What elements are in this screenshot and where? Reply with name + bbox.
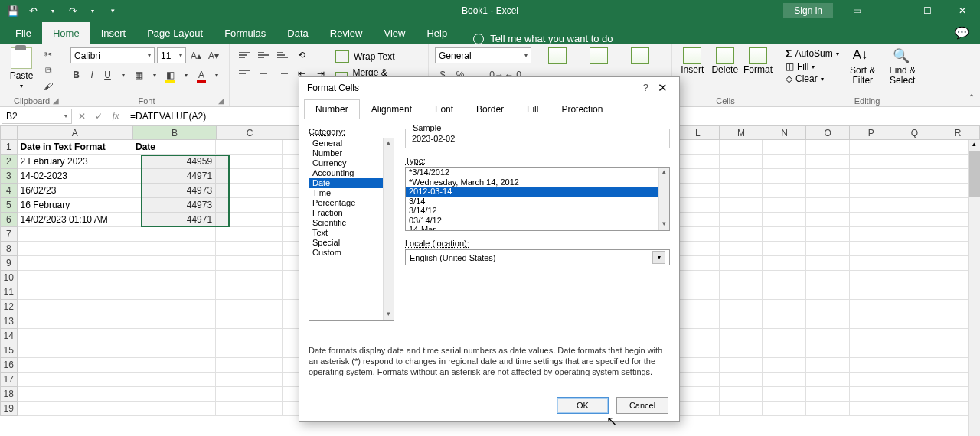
cell[interactable] <box>676 314 720 329</box>
cell[interactable] <box>216 198 283 213</box>
cell[interactable] <box>850 343 893 358</box>
cell[interactable]: 16/02/23 <box>18 184 132 198</box>
cell[interactable] <box>850 155 893 169</box>
cell[interactable] <box>763 198 806 213</box>
cell[interactable] <box>720 256 763 271</box>
cell[interactable] <box>132 242 216 256</box>
scroll-up-icon[interactable]: ▴ <box>384 138 394 149</box>
insert-cells-button[interactable]: Insert <box>678 47 706 75</box>
insert-function-icon[interactable]: fx <box>107 109 124 124</box>
align-center-icon[interactable] <box>255 66 272 81</box>
row-header[interactable]: 1 <box>0 140 18 155</box>
row-header[interactable]: 10 <box>0 271 18 285</box>
wrap-text-button[interactable]: Wrap Text <box>335 47 422 66</box>
cell[interactable] <box>676 155 720 169</box>
cell[interactable] <box>18 387 132 402</box>
cell[interactable] <box>720 242 763 256</box>
dialog-tab[interactable]: Number <box>304 99 360 119</box>
column-header[interactable]: B <box>133 125 217 140</box>
type-item[interactable]: 03/14/12 <box>406 216 669 226</box>
font-color-dropdown-icon[interactable]: ▾ <box>211 67 223 83</box>
dialog-tab[interactable]: Fill <box>515 99 550 119</box>
cell[interactable] <box>806 256 850 271</box>
column-header[interactable]: R <box>936 125 980 140</box>
cell[interactable] <box>216 387 283 402</box>
column-header[interactable]: M <box>720 125 763 140</box>
sign-in-button[interactable]: Sign in <box>783 3 833 18</box>
cell[interactable] <box>850 242 893 256</box>
cell[interactable]: 44971 <box>132 169 216 184</box>
cell[interactable] <box>893 155 937 169</box>
cell[interactable] <box>763 227 806 242</box>
cell[interactable] <box>676 271 720 285</box>
cell[interactable] <box>676 169 720 184</box>
close-icon[interactable]: ✕ <box>945 0 980 21</box>
type-item[interactable]: 3/14 <box>406 197 669 207</box>
fill-button[interactable]: ◫Fill▾ <box>786 61 839 72</box>
cell[interactable] <box>676 213 720 227</box>
underline-dropdown-icon[interactable]: ▾ <box>117 67 129 83</box>
cell[interactable] <box>763 155 806 169</box>
cell[interactable] <box>18 373 132 387</box>
cell[interactable] <box>676 300 720 314</box>
cell[interactable] <box>216 184 283 198</box>
copy-icon[interactable]: ⧉ <box>40 63 57 77</box>
cell[interactable] <box>18 358 132 373</box>
cell[interactable] <box>720 155 763 169</box>
cell[interactable] <box>763 140 806 155</box>
cell[interactable] <box>806 387 850 402</box>
cell[interactable] <box>216 402 283 416</box>
align-top-icon[interactable] <box>236 47 253 63</box>
dialog-tab[interactable]: Protection <box>550 99 614 119</box>
cell[interactable]: 44959 <box>132 155 216 169</box>
cell[interactable] <box>763 242 806 256</box>
conditional-formatting-button[interactable] <box>541 47 574 64</box>
cell[interactable] <box>893 184 937 198</box>
cell[interactable] <box>850 300 893 314</box>
dialog-help-icon[interactable]: ? <box>643 82 648 93</box>
cell[interactable] <box>132 343 216 358</box>
cell[interactable] <box>850 358 893 373</box>
cell[interactable] <box>893 343 937 358</box>
cell[interactable] <box>806 184 850 198</box>
tab-data[interactable]: Data <box>276 22 318 44</box>
cell[interactable]: 44973 <box>132 184 216 198</box>
cell[interactable] <box>763 343 806 358</box>
select-all-corner[interactable] <box>0 125 18 140</box>
clear-button[interactable]: ◇Clear▾ <box>786 73 839 84</box>
cell[interactable] <box>18 242 132 256</box>
cell[interactable] <box>806 358 850 373</box>
cell[interactable]: Date in Text Format <box>18 140 132 155</box>
cell[interactable] <box>720 314 763 329</box>
cell[interactable] <box>720 271 763 285</box>
cell[interactable] <box>893 300 937 314</box>
cell[interactable] <box>806 213 850 227</box>
category-item[interactable]: Custom <box>309 248 394 258</box>
cell[interactable] <box>893 271 937 285</box>
category-item[interactable]: Accounting <box>309 168 394 178</box>
collapse-ribbon-icon[interactable]: ⌃ <box>968 93 975 103</box>
category-item[interactable]: Text <box>309 228 394 238</box>
cell[interactable] <box>763 285 806 300</box>
dialog-tab[interactable]: Border <box>465 99 515 119</box>
type-item[interactable]: 14-Mar <box>406 225 669 231</box>
enter-formula-icon[interactable]: ✓ <box>90 109 107 124</box>
cell[interactable] <box>806 402 850 416</box>
cut-icon[interactable]: ✂ <box>40 47 57 61</box>
scroll-up-icon[interactable]: ▴ <box>659 168 669 178</box>
cell[interactable] <box>763 329 806 343</box>
row-header[interactable]: 17 <box>0 373 18 387</box>
cell[interactable] <box>18 256 132 271</box>
type-item[interactable]: 2012-03-14 <box>406 187 669 197</box>
cell[interactable] <box>893 140 937 155</box>
type-listbox[interactable]: *3/14/2012*Wednesday, March 14, 20122012… <box>405 167 670 231</box>
underline-button[interactable]: U <box>102 67 113 83</box>
cell[interactable] <box>850 373 893 387</box>
row-header[interactable]: 11 <box>0 285 18 300</box>
cell[interactable] <box>806 314 850 329</box>
scroll-down-icon[interactable]: ▾ <box>659 220 669 230</box>
cell[interactable] <box>806 300 850 314</box>
font-launcher-icon[interactable]: ◢ <box>218 96 227 105</box>
cell[interactable] <box>893 169 937 184</box>
category-item[interactable]: General <box>309 138 394 148</box>
